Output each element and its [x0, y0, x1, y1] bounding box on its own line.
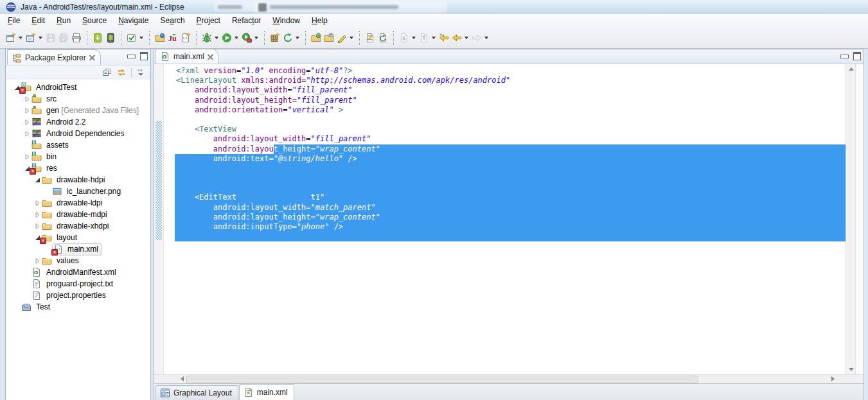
tree-collapsed-icon[interactable] — [22, 117, 31, 126]
collapse-all-icon[interactable] — [102, 67, 112, 78]
tree-item-layout[interactable]: ×layout — [6, 232, 150, 243]
tree-item-bin[interactable]: abin — [6, 151, 150, 162]
code-line-4[interactable]: android:layout_height="fill_parent" — [175, 96, 846, 105]
close-editor-tab-icon[interactable] — [208, 54, 213, 60]
dropdown-arrow-icon[interactable] — [235, 37, 238, 39]
print-button[interactable] — [70, 29, 83, 47]
menu-window[interactable]: Window — [267, 15, 306, 26]
tree-item-test[interactable]: Test — [6, 301, 150, 313]
maximize-editor-button[interactable] — [853, 52, 861, 60]
dropdown-arrow-icon[interactable] — [296, 37, 299, 39]
tree-item-androidtest[interactable]: a×AndroidTest — [6, 82, 150, 93]
tree-item-proguard-project-txt[interactable]: proguard-project.txt — [6, 278, 150, 290]
page-tab-main-xml[interactable]: main.xml — [239, 384, 294, 400]
tree-item-assets[interactable]: aassets — [6, 139, 150, 151]
scroll-right-icon[interactable] — [828, 375, 838, 383]
menu-edit[interactable]: Edit — [26, 15, 51, 26]
tree-collapsed-icon[interactable] — [22, 106, 31, 115]
dropdown-arrow-icon[interactable] — [350, 37, 353, 39]
tree-item-project-properties[interactable]: project.properties — [6, 290, 150, 301]
java-type-browse-button[interactable] — [154, 29, 166, 47]
code-line-16[interactable]: android:layout_height="wrap_content" — [175, 213, 846, 222]
code-line-15[interactable]: android:layout_width="match_parent" — [175, 203, 846, 213]
menu-run[interactable]: Run — [51, 15, 76, 26]
run-button[interactable] — [220, 29, 233, 47]
code-line-10[interactable]: android:text="@string/hello" /> — [175, 154, 846, 164]
horizontal-scroll-thumb[interactable] — [186, 376, 698, 383]
tree-collapsed-icon[interactable] — [33, 198, 42, 207]
tree-collapsed-icon[interactable] — [33, 222, 42, 230]
code-line-13[interactable] — [175, 183, 846, 193]
tree-collapsed-icon[interactable] — [22, 129, 31, 138]
editor-content[interactable]: <?xml version="1.0" encoding="utf-8"?><L… — [154, 64, 864, 374]
scroll-down-icon[interactable] — [846, 365, 856, 374]
scroll-up-icon[interactable] — [846, 64, 856, 74]
tree-item-values[interactable]: values — [6, 255, 150, 266]
close-view-icon[interactable] — [89, 55, 95, 60]
tree-expanded-icon[interactable] — [33, 175, 42, 184]
new-wizard-button[interactable] — [4, 29, 17, 47]
lint-check-button[interactable] — [125, 29, 138, 47]
dropdown-arrow-icon[interactable] — [432, 37, 436, 39]
tree-collapsed-icon[interactable] — [22, 94, 31, 103]
page-tab-graphical-layout[interactable]: Graphical Layout — [155, 385, 238, 400]
dropdown-arrow-icon[interactable] — [19, 37, 22, 39]
selected-tree-item[interactable]: ×main.xml — [52, 243, 102, 256]
code-line-18[interactable] — [175, 232, 846, 241]
maximize-view-button[interactable] — [140, 52, 148, 60]
tree-item-ic-launcher-png[interactable]: ic_launcher.png — [6, 186, 150, 197]
code-line-17[interactable]: android:inputType="phone" /> — [175, 222, 846, 232]
tree-item-android-2-2[interactable]: Android 2.2 — [6, 116, 150, 128]
view-menu-icon[interactable] — [136, 68, 145, 77]
dropdown-arrow-icon[interactable] — [484, 37, 488, 39]
code-line-12[interactable] — [175, 173, 846, 183]
refresh-button[interactable] — [376, 29, 389, 47]
open-perspective-button[interactable] — [310, 29, 323, 47]
android-sdk-manager-button[interactable] — [91, 29, 104, 47]
code-line-5[interactable]: android:orientation="vertical" > — [175, 105, 846, 115]
new-java-project-button[interactable] — [269, 29, 281, 47]
package-explorer-tab[interactable]: Package Explorer — [7, 49, 101, 65]
editor-tab-main-xml[interactable]: main.xml — [155, 49, 218, 64]
run-external-button[interactable] — [240, 29, 253, 47]
code-line-11[interactable] — [175, 164, 846, 173]
dropdown-arrow-icon[interactable] — [412, 37, 416, 39]
minimize-view-button[interactable] — [127, 55, 136, 58]
tree-item-drawable-xhdpi[interactable]: drawable-xhdpi — [6, 220, 150, 232]
dropdown-arrow-icon[interactable] — [254, 37, 258, 39]
back-to-last-edit-button[interactable] — [438, 29, 450, 47]
menu-refactor[interactable]: Refactor — [226, 15, 267, 26]
code-line-1[interactable]: <?xml version="1.0" encoding="utf-8"?> — [175, 66, 846, 76]
scroll-left-icon[interactable] — [177, 375, 187, 383]
tree-item-src[interactable]: src — [6, 93, 150, 105]
tree-item-main-xml[interactable]: ×main.xml — [6, 243, 150, 255]
android-virtual-device-manager-button[interactable] — [104, 29, 117, 47]
dropdown-arrow-icon[interactable] — [215, 37, 218, 39]
tree-collapsed-icon[interactable] — [33, 256, 42, 265]
menu-help[interactable]: Help — [306, 15, 333, 26]
code-line-6[interactable] — [175, 115, 846, 125]
menu-navigate[interactable]: Navigate — [112, 15, 154, 26]
minimize-editor-button[interactable] — [840, 55, 849, 58]
tree-item-drawable-mdpi[interactable]: drawable-mdpi — [6, 209, 150, 220]
team-sync-button[interactable] — [281, 29, 294, 47]
last-edit-location-button[interactable] — [364, 29, 376, 47]
code-line-8[interactable]: android:layout_width="fill_parent" — [175, 134, 846, 144]
mark-occurrences-button[interactable] — [335, 29, 348, 47]
new-xml-file-button[interactable] — [179, 29, 192, 47]
vertical-scrollbar[interactable] — [846, 64, 856, 374]
tree-item-res[interactable]: a×res — [6, 162, 150, 174]
tree-item-android-dependencies[interactable]: Android Dependencies — [6, 128, 150, 139]
tree-collapsed-icon[interactable] — [33, 210, 42, 219]
dropdown-arrow-icon[interactable] — [39, 37, 42, 39]
dropdown-arrow-icon[interactable] — [465, 37, 468, 39]
code-line-7[interactable]: <TextView — [175, 125, 846, 134]
tree-item-androidmanifest-xml[interactable]: AndroidManifest.xml — [6, 266, 150, 278]
tree-item-gen[interactable]: gen [Generated Java Files] — [6, 105, 150, 116]
menu-search[interactable]: Search — [155, 15, 191, 26]
menu-source[interactable]: Source — [76, 15, 112, 26]
menu-project[interactable]: Project — [191, 15, 226, 26]
import-folder-button[interactable] — [323, 29, 335, 47]
code-line-9[interactable]: android:layout_height="wrap_content" — [175, 144, 846, 154]
tree-collapsed-icon[interactable] — [22, 152, 31, 161]
